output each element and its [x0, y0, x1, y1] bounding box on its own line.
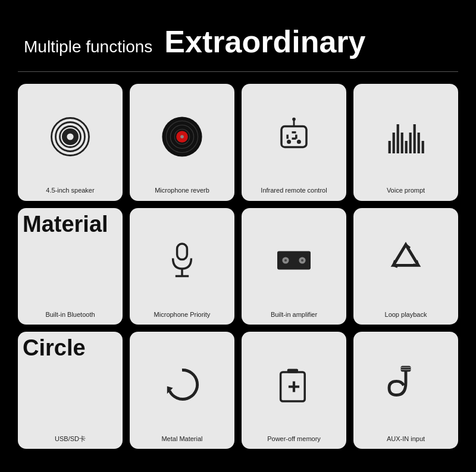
card-icon-mic-reverb [134, 90, 230, 183]
svg-rect-19 [389, 141, 391, 153]
card-label-voice-prompt: Voice prompt [387, 187, 425, 194]
svg-point-18 [297, 140, 301, 144]
feature-card-aux: AUX-IN input [353, 332, 458, 449]
divider [18, 71, 458, 72]
feature-card-infrared: Infrared remote control [242, 84, 346, 201]
feature-card-usbsd: CircleUSB/SD卡 [18, 332, 123, 449]
svg-point-0 [52, 118, 89, 155]
card-icon-poweroff [246, 338, 342, 431]
svg-rect-38 [287, 369, 298, 373]
feature-card-bluetooth: MaterialBuilt-in Bluetooth [18, 208, 123, 325]
svg-point-17 [287, 140, 291, 144]
card-icon-amplifier [246, 214, 342, 307]
card-label-aux: AUX-IN input [387, 435, 425, 443]
svg-rect-24 [409, 133, 412, 153]
svg-point-33 [284, 259, 287, 262]
card-big-text-usbsd: Circle [23, 336, 86, 359]
header-large: Extraordinary [164, 24, 365, 59]
card-label-loop: Loop playback [385, 311, 427, 319]
card-big-text-bluetooth: Material [23, 213, 108, 235]
svg-rect-16 [295, 134, 298, 139]
svg-rect-22 [401, 133, 403, 153]
svg-point-35 [301, 259, 303, 262]
card-label-usbsd: USB/SD卡 [55, 435, 86, 443]
svg-rect-23 [405, 141, 408, 153]
feature-card-speaker: 4.5-inch speaker [18, 84, 123, 201]
svg-rect-21 [397, 124, 399, 153]
card-icon-infrared [246, 90, 342, 183]
card-label-bluetooth: Built-in Bluetooth [45, 311, 95, 319]
svg-point-3 [64, 131, 76, 143]
svg-rect-15 [286, 134, 289, 139]
header: Multiple functions Extraordinary [0, 0, 476, 71]
card-icon-mic-priority [134, 214, 230, 307]
feature-card-mic-reverb: Microphone reverb [130, 84, 234, 201]
svg-point-12 [292, 118, 296, 121]
svg-rect-27 [422, 141, 424, 153]
svg-rect-41 [401, 366, 411, 372]
card-icon-voice-prompt [358, 90, 453, 183]
svg-rect-13 [292, 131, 296, 134]
card-label-speaker: 4.5-inch speaker [46, 187, 94, 194]
svg-point-9 [180, 135, 184, 139]
feature-card-metal: Metal Material [130, 332, 234, 449]
svg-rect-10 [281, 126, 306, 147]
feature-grid: 4.5-inch speakerMicrophone reverbInfrare… [0, 84, 476, 461]
feature-card-voice-prompt: Voice prompt [353, 84, 458, 201]
card-label-amplifier: Built-in amplifier [271, 311, 317, 319]
svg-rect-28 [177, 244, 187, 260]
feature-card-amplifier: Built-in amplifier [242, 208, 346, 325]
card-label-infrared: Infrared remote control [261, 187, 327, 194]
card-label-mic-reverb: Microphone reverb [155, 187, 209, 194]
svg-rect-26 [418, 133, 420, 153]
card-label-poweroff: Power-off memory [267, 435, 321, 443]
feature-card-loop: Loop playback [353, 208, 458, 325]
card-icon-metal [134, 338, 230, 431]
card-label-metal: Metal Material [161, 435, 202, 443]
card-icon-loop [358, 214, 453, 307]
card-icon-aux [358, 338, 453, 431]
card-label-mic-priority: Microphone Priority [154, 311, 211, 319]
header-small: Multiple functions [24, 37, 152, 56]
card-icon-speaker [23, 90, 118, 183]
feature-card-mic-priority: Microphone Priority [130, 208, 234, 325]
feature-card-poweroff: Power-off memory [242, 332, 346, 449]
svg-rect-25 [414, 124, 416, 153]
svg-rect-20 [393, 133, 395, 153]
